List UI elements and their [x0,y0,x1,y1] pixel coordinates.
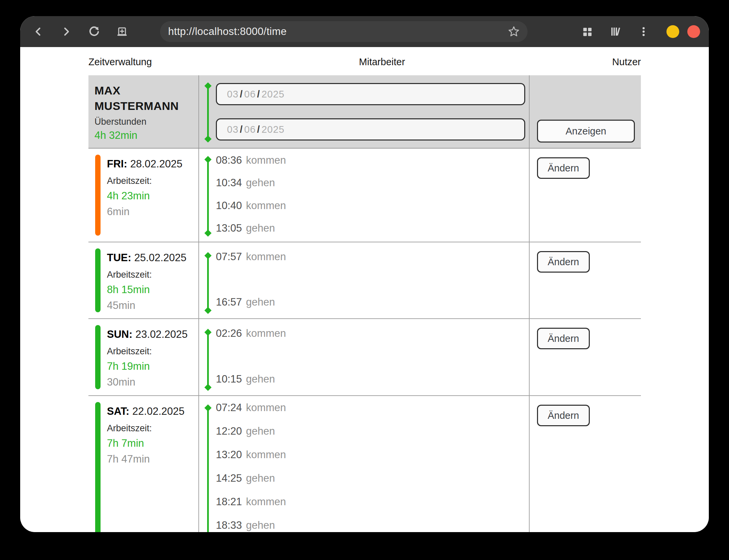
screen: http://localhost:8000/time [0,0,729,560]
edit-button[interactable]: Ändern [537,405,590,426]
library-icon [609,26,621,38]
worktime-label: Arbeitszeit: [107,346,198,357]
url-bar[interactable]: http://localhost:8000/time [160,21,528,42]
day-summary-cell: FRI:28.02.2025 Arbeitszeit: 4h 23min 6mi… [88,149,198,242]
day-label: SUN: [107,328,132,340]
nav-item-zeitverwaltung[interactable]: Zeitverwaltung [88,56,152,68]
day-status-bar [95,402,101,532]
date-to-year: 2025 [262,124,285,135]
day-date: 22.02.2025 [132,405,185,417]
date-separator: / [240,124,243,135]
summary-header: MAX MUSTERMANN Überstunden 4h 32min 03/0… [88,75,641,149]
toolbar-right-group [568,22,700,41]
time-entry: 08:36kommen [216,155,529,168]
edit-button[interactable]: Ändern [537,157,590,179]
time-entry: 13:20kommen [216,449,529,462]
time-entries-cell: 08:36kommen 10:34gehen 10:40kommen 13:05… [198,149,530,242]
time-entry: 16:57gehen [216,296,529,310]
time-entry: 10:40kommen [216,200,529,213]
worktime-value: 7h 19min [107,360,198,372]
library-button[interactable] [606,22,625,41]
tab-overview-button[interactable] [578,22,597,41]
employee-name-line2: MUSTERMANN [94,98,198,114]
date-to-day: 06 [244,124,256,135]
time-entry: 13:05gehen [216,223,529,236]
time-entry: 02:26kommen [216,328,529,341]
breaktime-value: 30min [107,376,198,388]
time-entry: 10:34gehen [216,177,529,190]
day-row: FRI:28.02.2025 Arbeitszeit: 4h 23min 6mi… [88,149,641,242]
worktime-label: Arbeitszeit: [107,423,198,434]
time-entry: 18:21kommen [216,496,529,509]
time-entry: 07:24kommen [216,402,529,415]
top-nav: Zeitverwaltung Mitarbeiter Nutzer [88,47,641,75]
day-summary-cell: SUN:23.02.2025 Arbeitszeit: 7h 19min 30m… [88,319,198,395]
row-action-cell: Ändern [530,242,641,318]
day-date: 23.02.2025 [136,328,188,340]
employee-summary: MAX MUSTERMANN Überstunden 4h 32min [88,75,198,148]
day-date: 25.02.2025 [134,252,186,264]
time-entry: 18:33gehen [216,520,529,532]
new-tab-icon [116,26,128,38]
day-status-bar [95,155,101,236]
worktime-value: 4h 23min [107,190,198,202]
back-button[interactable] [29,22,48,41]
date-to-month: 03 [227,124,238,135]
day-summary-cell: TUE:25.02.2025 Arbeitszeit: 8h 15min 45m… [88,242,198,318]
timeline-connector [207,256,209,310]
nav-item-mitarbeiter[interactable]: Mitarbeiter [359,56,405,68]
menu-button[interactable] [634,22,653,41]
reload-icon [88,25,101,38]
new-tab-button[interactable] [113,22,131,41]
close-button[interactable] [687,25,700,38]
day-label: TUE: [107,252,131,264]
date-from-day: 06 [244,89,256,100]
page-content: Zeitverwaltung Mitarbeiter Nutzer MAX MU… [88,47,641,532]
forward-button[interactable] [57,22,76,41]
minimize-button[interactable] [666,25,679,38]
overtime-label: Überstunden [94,117,198,127]
worktime-value: 7h 7min [107,437,198,449]
row-action-cell: Ändern [530,396,641,532]
employee-name-line1: MAX [94,83,198,98]
timeline-connector [207,408,209,532]
menu-kebab-icon [638,26,649,37]
date-range-connector [207,86,209,139]
day-row: SAT:22.02.2025 Arbeitszeit: 7h 7min 7h 4… [88,396,641,532]
url-text: http://localhost:8000/time [168,26,507,38]
day-row: SUN:23.02.2025 Arbeitszeit: 7h 19min 30m… [88,319,641,396]
day-date: 28.02.2025 [130,158,182,170]
worktime-value: 8h 15min [107,284,198,296]
time-entries-cell: 07:24kommen 12:20gehen 13:20kommen 14:25… [198,396,530,532]
edit-button[interactable]: Ändern [537,251,590,273]
date-separator: / [257,89,260,100]
reload-button[interactable] [85,22,104,41]
overtime-value: 4h 32min [94,129,198,142]
day-label: SAT: [107,405,129,417]
day-status-bar [95,248,101,312]
time-entry: 10:15gehen [216,373,529,387]
day-status-bar [95,325,101,389]
date-from-input[interactable]: 03/06/2025 [216,83,525,105]
time-entries-cell: 07:57kommen 16:57gehen [198,242,530,318]
show-button-cell: Anzeigen [530,75,641,148]
day-summary-cell: SAT:22.02.2025 Arbeitszeit: 7h 7min 7h 4… [88,396,198,532]
browser-toolbar: http://localhost:8000/time [20,16,709,47]
date-to-input[interactable]: 03/06/2025 [216,118,525,141]
date-range-cell: 03/06/2025 03/06/2025 [198,75,530,148]
time-entry: 14:25gehen [216,473,529,486]
back-icon [32,26,44,38]
nav-item-nutzer[interactable]: Nutzer [612,56,641,68]
worktime-label: Arbeitszeit: [107,176,198,186]
date-separator: / [257,124,260,135]
show-button[interactable]: Anzeigen [537,120,635,143]
row-action-cell: Ändern [530,149,641,242]
edit-button[interactable]: Ändern [537,328,590,349]
bookmark-star-icon[interactable] [507,25,520,38]
timeline-connector [207,332,209,387]
breaktime-value: 45min [107,299,198,312]
row-action-cell: Ändern [530,319,641,395]
worktime-label: Arbeitszeit: [107,270,198,280]
date-from-month: 03 [227,89,238,100]
date-separator: / [240,89,243,100]
